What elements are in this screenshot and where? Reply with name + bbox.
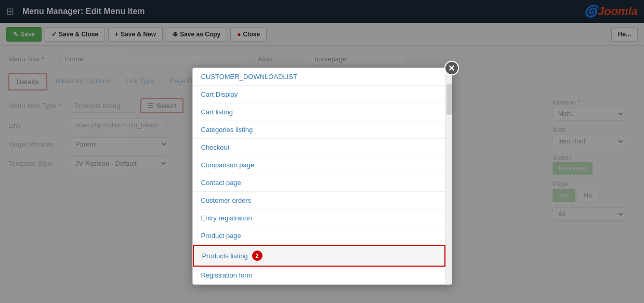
modal-list-item[interactable]: Categories listing xyxy=(193,121,445,139)
modal-list-item[interactable]: Comparison page xyxy=(193,156,445,174)
modal-close-button[interactable]: ✕ xyxy=(444,61,459,75)
modal-list-item[interactable]: Cart listing xyxy=(193,103,445,121)
modal-list-item[interactable]: CUSTOMER_DOWNLOADLIST xyxy=(193,68,445,86)
modal-list-item[interactable]: Contact page xyxy=(193,174,445,192)
modal-scrollbar[interactable] xyxy=(445,68,452,227)
modal-overlay: ✕ CUSTOMER_DOWNLOADLISTCart DisplayCart … xyxy=(0,0,644,227)
modal-list-item[interactable]: Checkout xyxy=(193,139,445,156)
modal-dialog: ✕ CUSTOMER_DOWNLOADLISTCart DisplayCart … xyxy=(192,68,452,227)
modal-list: CUSTOMER_DOWNLOADLISTCart DisplayCart li… xyxy=(193,68,445,227)
modal-list-item[interactable]: Cart Display xyxy=(193,86,445,103)
modal-list-item[interactable]: Customer orders xyxy=(193,192,445,209)
modal-list-item[interactable]: Entry registration xyxy=(193,209,445,227)
modal-scrollbar-thumb xyxy=(446,84,452,115)
